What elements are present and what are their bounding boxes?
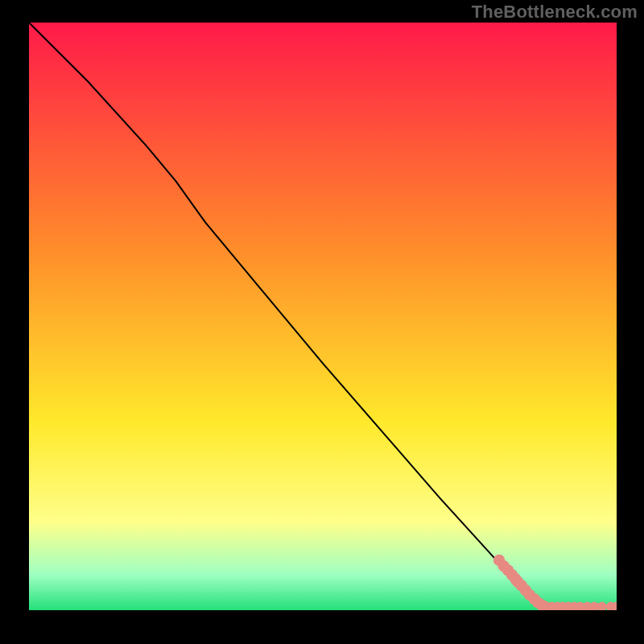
chart-frame: TheBottleneck.com xyxy=(0,0,644,644)
gradient-bg xyxy=(29,23,617,610)
chart-plot-area xyxy=(29,23,617,610)
chart-svg xyxy=(29,23,617,610)
watermark-label: TheBottleneck.com xyxy=(472,2,638,23)
